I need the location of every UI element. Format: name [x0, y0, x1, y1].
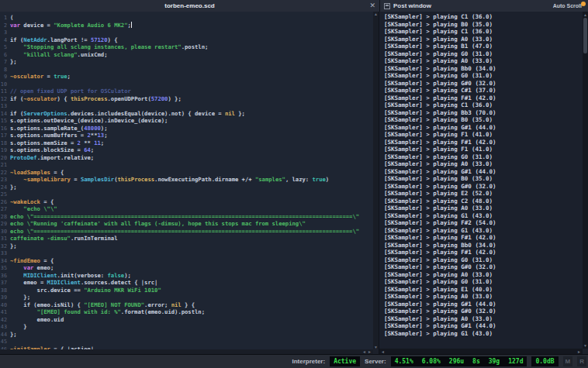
post-window-icon [384, 3, 390, 9]
code-line[interactable]: 22~loadSamples = { [0, 169, 379, 177]
code-line[interactable]: 3 [0, 29, 379, 36]
code-line[interactable]: 42 emeo.uid [0, 316, 379, 324]
code-line[interactable]: 2var device = "Komplete Audio 6 MK2"; [0, 22, 379, 29]
code-line[interactable]: 12if (~osculator) { thisProcess.openUDPP… [0, 95, 379, 103]
code-line[interactable]: 19s.options.blockSize = 64; [0, 146, 379, 154]
code-line[interactable]: 37 emeo = MIDIClient.sources.detect { |s… [0, 279, 379, 287]
code-line[interactable]: 31caffeinate -dimsu".runInTerminal [0, 235, 379, 242]
log-line: [SKSampler] > playing Bb3 (70.0) [384, 109, 581, 117]
code-line[interactable]: 23 ~sampleLibrary = SamplesDir(thisProce… [0, 176, 379, 184]
code-line[interactable]: 39 }; [0, 294, 379, 301]
code-line[interactable]: 36 MIDIClient.init(verbose: false); [0, 272, 379, 280]
record-button[interactable]: R [577, 356, 586, 366]
scroll-left-icon[interactable]: ◄ [362, 349, 366, 354]
volume-indicator[interactable]: 0.0dB [531, 356, 558, 366]
code-line[interactable]: 7}; [0, 58, 379, 66]
code-text: ~findEmeo = { [10, 257, 54, 265]
post-window-pane: [SKSampler] > playing C1 (36.0)[SKSample… [379, 12, 588, 354]
code-line[interactable]: 27 "echo \"\" [0, 205, 379, 213]
code-line[interactable]: 4if (NetAddr.langPort != 57120) { [0, 36, 379, 44]
code-line[interactable]: 45 [0, 338, 379, 346]
code-text: } [10, 323, 27, 331]
code-text: ( [10, 14, 13, 22]
scroll-down-icon[interactable]: ▼ [583, 343, 587, 348]
code-line[interactable]: 14if (ServerOptions.devices.includesEqua… [0, 110, 379, 118]
code-text: if (NetAddr.langPort != 57120) { [10, 36, 118, 44]
code-line[interactable]: 5 "Stopping all sclang instances, please… [0, 43, 379, 51]
code-text: echo \"=================================… [10, 228, 359, 236]
scrollbar-thumb[interactable] [583, 18, 587, 53]
log-line: [SKSampler] > playing G#0 (32.0) [384, 308, 581, 315]
code-line[interactable]: 34~findEmeo = { [0, 257, 379, 265]
code-editor-pane[interactable]: 1(2var device = "Komplete Audio 6 MK2";3… [0, 12, 379, 354]
code-line[interactable]: 6 "killall sclang".unixCmd; [0, 51, 379, 59]
code-line[interactable]: 20ProtoDef.import.relative; [0, 154, 379, 162]
code-editor[interactable]: 1(2var device = "Komplete Audio 6 MK2";3… [0, 12, 379, 354]
log-line: [SKSampler] > playing A0 (33.0) [384, 205, 581, 212]
post-vertical-scrollbar[interactable]: ▲ ▼ [583, 12, 588, 349]
code-line[interactable]: 21 [0, 161, 379, 169]
code-text: var device = "Komplete Audio 6 MK2"; [10, 22, 131, 29]
code-text: }; [10, 331, 17, 339]
code-line[interactable]: 43 } [0, 323, 379, 331]
log-line: [SKSampler] > playing F#1 (42.0) [384, 234, 581, 242]
code-text: }; [10, 58, 17, 66]
mute-button[interactable]: M [563, 356, 573, 366]
code-line[interactable]: 1( [0, 14, 379, 22]
scroll-left-icon[interactable]: ◄ [381, 349, 385, 354]
code-line[interactable]: 40 if (emeo.isNil) { "[EMEO] NOT FOUND".… [0, 301, 379, 309]
editor-vertical-scrollbar[interactable]: ▲ ▼ [373, 12, 379, 349]
code-line[interactable]: 32}; [0, 242, 379, 250]
log-line: [SKSampler] > playing F#1 (42.0) [384, 95, 581, 102]
code-text: s.options.outDevice_(device).inDevice_(d… [10, 117, 168, 125]
code-line[interactable]: 24}; [0, 184, 379, 191]
code-line[interactable]: 10 [0, 81, 379, 88]
code-line[interactable]: 15s.options.outDevice_(device).inDevice_… [0, 117, 379, 125]
log-line: [SKSampler] > playing G0 (31.0) [384, 278, 581, 286]
code-text: src.device == "Arduino MKR WiFi 1010" [10, 287, 161, 294]
code-text: s.options.memSize = 2 ** 11; [10, 139, 104, 147]
scroll-up-icon[interactable]: ▲ [374, 12, 378, 16]
code-line[interactable]: 41 "[EMEO] found with id: %".format(emeo… [0, 308, 379, 316]
scroll-up-icon[interactable]: ▲ [583, 12, 587, 17]
auto-scroll-toggle[interactable]: Auto Scroll [553, 3, 584, 9]
scroll-right-icon[interactable]: ► [368, 349, 372, 354]
code-line[interactable]: 16s.options.sampleRate_(48000); [0, 125, 379, 132]
code-line[interactable]: 17s.options.numBuffers = 2**13; [0, 132, 379, 139]
editor-scrollbar-corner [373, 349, 379, 354]
log-line: [SKSampler] > playing G1 (43.0) [384, 227, 581, 235]
code-text: echo \"Running 'caffeinate' with all fla… [10, 220, 306, 228]
code-line[interactable]: 18s.options.memSize = 2 ** 11; [0, 139, 379, 147]
post-window-header: Post window Auto Scroll [379, 0, 588, 12]
code-line[interactable]: 8 [0, 66, 379, 74]
document-tab[interactable]: torben-emeo.scd ✕ [0, 0, 379, 12]
interpreter-status[interactable]: Active [330, 356, 360, 366]
code-line[interactable]: 29echo \"Running 'caffeinate' with all f… [0, 220, 379, 228]
code-line[interactable]: 38 src.device == "Arduino MKR WiFi 1010" [0, 287, 379, 294]
post-horizontal-scrollbar[interactable]: ◄ ► [379, 349, 583, 354]
scroll-right-icon[interactable]: ► [577, 349, 581, 354]
code-line[interactable]: 13 [0, 102, 379, 110]
code-text: ~loadSamples = { [10, 169, 64, 177]
log-line: [SKSampler] > playing G0 (31.0) [384, 256, 581, 264]
code-line[interactable]: 44}; [0, 331, 379, 339]
code-line[interactable]: 11// open fixed UDP port for OSCulator [0, 88, 379, 95]
code-line[interactable]: 9~osculator = true; [0, 73, 379, 81]
code-line[interactable]: 26~wakeLock = { [0, 198, 379, 206]
server-stats[interactable]: 4.51%6.08%296u8s39g127d [391, 356, 527, 366]
editor-horizontal-scrollbar[interactable]: ◄ ► [0, 349, 373, 354]
log-line: [SKSampler] > playing C1 (36.0) [384, 101, 581, 109]
log-line: [SKSampler] > playing C1 (36.0) [384, 28, 581, 36]
interpreter-label: Interpreter: [292, 358, 325, 365]
code-line[interactable]: 28echo \"===============================… [0, 213, 379, 221]
close-icon[interactable]: ✕ [369, 1, 375, 11]
code-line[interactable]: 33 [0, 249, 379, 257]
code-line[interactable]: 25 [0, 191, 379, 198]
code-text: if (emeo.isNil) { "[EMEO] NOT FOUND".err… [10, 301, 195, 309]
code-line[interactable]: 30echo \"===============================… [0, 228, 379, 236]
server-stat-value: 8s [472, 358, 480, 365]
log-line: [SKSampler] > playing G#0 (32.0) [384, 263, 581, 271]
log-line: [SKSampler] > playing F#1 (42.0) [384, 249, 581, 256]
log-line: [SKSampler] > playing A0 (33.0) [384, 160, 581, 168]
code-line[interactable]: 35 var emeo; [0, 264, 379, 272]
